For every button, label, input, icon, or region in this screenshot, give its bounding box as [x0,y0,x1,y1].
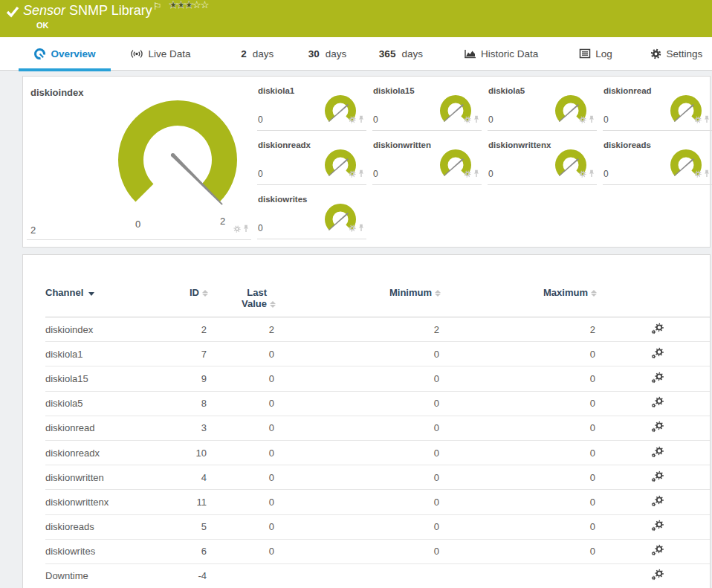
channel-minimum: 0 [274,342,439,366]
gauge-value: 2 [30,224,36,236]
stars-empty: ☆☆ [192,0,208,10]
pin-icon[interactable] [358,113,364,126]
channel-row[interactable]: diskionwrittenx 11 0 0 0 [45,490,710,514]
channel-minimum: 0 [274,539,439,563]
channel-settings-icon[interactable] [651,572,664,583]
pin-icon[interactable] [704,113,710,126]
tab-settings[interactable]: Settings [641,37,712,71]
channel-row[interactable]: diskiowrites 6 0 0 0 [45,539,710,563]
channel-settings-icon[interactable] [651,498,664,509]
tab-log[interactable]: Log [571,37,621,71]
channel-name: diskiola15 [45,366,149,391]
tab-live-data[interactable]: Live Data [118,37,203,71]
tab-label: days [401,48,423,59]
channel-maximum: 2 [439,317,595,342]
gauge-cell: diskiowrites 0 [257,193,366,239]
pin-icon[interactable] [589,113,595,126]
gauge-title: diskiowrites [258,195,307,204]
channel-last-value: 2 [207,317,274,342]
gauge-title: diskionread [603,86,652,95]
pin-icon[interactable] [473,167,479,181]
channel-last-value: 0 [207,514,274,539]
channel-settings-icon[interactable] [651,449,664,460]
gear-icon[interactable] [464,167,471,181]
channel-row[interactable]: Downtime -4 [45,563,710,588]
channel-settings-icon[interactable] [651,326,664,337]
tab-label: days [326,48,347,59]
pin-icon[interactable] [473,113,479,126]
tab-label: days [253,48,274,59]
channel-row[interactable]: diskionwritten 4 0 0 0 [45,465,710,490]
channel-name: diskiola1 [45,342,149,366]
gauge-cell: diskiola5 0 [488,84,597,131]
tab-365-days[interactable]: 365 days [369,37,433,71]
column-header-minimum[interactable]: Minimum [274,285,439,317]
channel-row[interactable]: diskiola1 7 0 0 0 [45,342,710,366]
gear-icon[interactable] [349,222,356,235]
channel-id: 9 [149,366,207,391]
tab-number: 30 [308,48,320,59]
pin-icon[interactable] [704,167,710,181]
page-title: Sensor SNMP Library [23,3,152,19]
channel-name: diskionreadx [45,440,149,465]
tab-overview[interactable]: Overview [19,37,111,71]
gauge-title: diskioindex [30,87,84,98]
tab-historic-data[interactable]: Historic Data [455,37,547,71]
priority-stars[interactable]: ★★★☆☆ [169,0,208,10]
channel-row[interactable]: diskionreadx 10 0 0 0 [45,440,710,465]
gear-icon[interactable] [579,167,586,181]
gauge-min-label: 0 [135,219,140,230]
channel-row[interactable]: diskioreads 5 0 0 0 [45,514,710,539]
tab-2-days[interactable]: 2 days [229,37,285,71]
gauge-value: 0 [488,169,493,179]
channel-settings-icon[interactable] [651,350,664,361]
channel-minimum: 0 [274,465,439,490]
pin-icon[interactable] [589,167,595,181]
column-header-id[interactable]: ID [149,285,207,317]
channel-settings-icon[interactable] [651,523,664,534]
pin-icon[interactable] [358,222,364,235]
gear-icon[interactable] [694,167,702,181]
gear-icon[interactable] [579,113,586,126]
channel-id: 10 [149,440,207,465]
channel-name: diskiowrites [45,539,149,563]
gear-icon[interactable] [349,167,356,181]
channel-settings-icon[interactable] [651,399,664,410]
gauge-title: diskioreads [603,140,651,149]
gauge-value: 0 [373,169,378,179]
sensor-header: Sensor SNMP Library ⚐ ★★★☆☆ OK [0,0,712,37]
gauge-value: 0 [603,114,609,125]
column-header-channel[interactable]: Channel [45,285,149,317]
gauge-value: 0 [603,169,609,179]
channel-row[interactable]: diskiola15 9 0 0 0 [45,366,710,391]
pin-icon[interactable] [243,222,249,236]
channel-maximum: 0 [439,490,595,514]
flag-icon[interactable]: ⚐ [153,1,162,12]
gauge-cell: diskionwrittenx 0 [488,138,597,185]
channel-last-value: 0 [207,342,274,366]
gear-icon[interactable] [694,113,702,126]
gear-icon[interactable] [233,222,241,236]
stars-filled: ★★★ [169,0,192,10]
channel-settings-icon[interactable] [651,474,664,485]
gear-icon[interactable] [464,113,471,126]
channel-last-value: 0 [207,366,274,391]
channel-settings-icon[interactable] [651,547,664,558]
channel-settings-icon[interactable] [651,375,664,386]
column-header-maximum[interactable]: Maximum [439,285,595,317]
gauge-cell-primary: diskioindex 0 2 2 [27,81,251,240]
gear-icon[interactable] [349,113,356,126]
channel-row[interactable]: diskioindex 2 2 2 2 [45,317,710,342]
channel-minimum: 2 [274,317,439,342]
channel-settings-icon[interactable] [651,424,664,435]
channel-id: 11 [149,490,207,514]
channel-id: 6 [149,539,207,563]
pin-icon[interactable] [358,167,364,181]
title-prefix: Sensor [23,3,65,18]
tab-30-days[interactable]: 30 days [299,37,355,71]
channel-row[interactable]: diskionread 3 0 0 0 [45,416,710,440]
channel-row[interactable]: diskiola5 8 0 0 0 [45,391,710,416]
column-header-last-value[interactable]: LastValue [207,285,274,317]
channel-id: 7 [149,342,207,366]
tab-label: Log [595,48,612,59]
